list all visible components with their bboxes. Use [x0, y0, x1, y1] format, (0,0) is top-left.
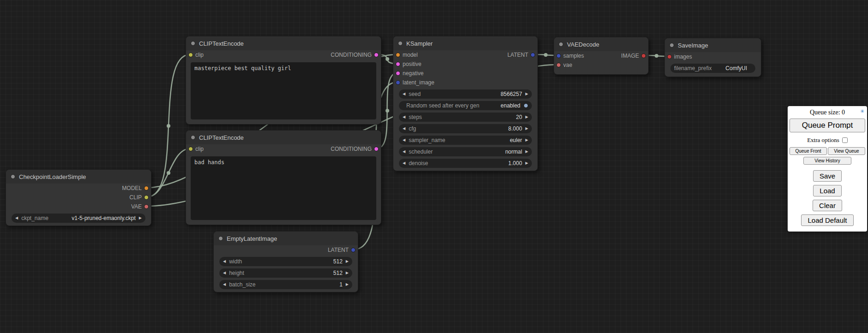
- increment-arrow-icon[interactable]: ▶: [525, 127, 528, 131]
- increment-arrow-icon[interactable]: ▶: [346, 260, 349, 263]
- widget-value: 512: [247, 270, 343, 276]
- input-label: images: [674, 54, 692, 60]
- node-collapse-dot[interactable]: [559, 42, 563, 47]
- clip-input-port[interactable]: [188, 147, 193, 151]
- node-title: EmptyLatentImage: [227, 235, 277, 242]
- vae-output-port[interactable]: [144, 204, 149, 209]
- node-title-bar[interactable]: VAEDecode: [554, 37, 648, 51]
- widget-ckpt-name[interactable]: ◀ ckpt_name v1-5-pruned-emaonly.ckpt ▶: [12, 214, 145, 223]
- decrement-arrow-icon[interactable]: ◀: [223, 283, 226, 286]
- model-input-port[interactable]: [396, 53, 400, 57]
- slot-row: samples IMAGE: [554, 51, 648, 60]
- latent-output-port[interactable]: [530, 53, 535, 57]
- queue-front-button[interactable]: Queue Front: [790, 147, 827, 155]
- link-midpoint-dot: [167, 171, 170, 175]
- toggle-on-dot[interactable]: [524, 103, 528, 108]
- node-title-bar[interactable]: CheckpointLoaderSimple: [6, 170, 151, 184]
- node-collapse-dot[interactable]: [218, 236, 223, 241]
- node-save-image[interactable]: SaveImage images filename_prefix ComfyUI: [664, 38, 761, 77]
- decrement-arrow-icon[interactable]: ◀: [15, 216, 18, 220]
- increment-arrow-icon[interactable]: ▶: [346, 283, 349, 286]
- widget-random-seed-toggle[interactable]: Random seed after every gen enabled: [399, 101, 532, 110]
- node-collapse-dot[interactable]: [191, 41, 195, 46]
- latent-image-input-port[interactable]: [396, 80, 400, 85]
- decrement-arrow-icon[interactable]: ◀: [403, 150, 405, 154]
- model-output-port[interactable]: [144, 186, 149, 190]
- increment-arrow-icon[interactable]: ▶: [525, 161, 528, 165]
- node-title: VAEDecode: [567, 41, 599, 48]
- node-clip-text-encode-negative[interactable]: CLIPTextEncode clip CONDITIONING bad han…: [186, 130, 381, 225]
- decrement-arrow-icon[interactable]: ◀: [403, 127, 405, 131]
- increment-arrow-icon[interactable]: ▶: [525, 138, 528, 142]
- decrement-arrow-icon[interactable]: ◀: [403, 115, 405, 119]
- conditioning-output-port[interactable]: [374, 53, 379, 57]
- widget-steps[interactable]: ◀ steps 20 ▶: [399, 113, 532, 122]
- node-collapse-dot[interactable]: [669, 43, 674, 48]
- decrement-arrow-icon[interactable]: ◀: [403, 92, 405, 96]
- node-empty-latent-image[interactable]: EmptyLatentImage LATENT ◀ width 512 ▶ ◀ …: [213, 231, 358, 292]
- extra-options-checkbox[interactable]: [842, 137, 848, 143]
- graph-canvas[interactable]: { "colors": { "link": "#99AA99", "model"…: [0, 0, 868, 333]
- slot-row: clip CONDITIONING: [186, 50, 381, 59]
- image-output-port[interactable]: [641, 54, 646, 58]
- prompt-textarea[interactable]: bad hands: [191, 156, 376, 220]
- widget-height[interactable]: ◀ height 512 ▶: [219, 268, 352, 278]
- widget-value: 20: [425, 114, 522, 120]
- clear-button[interactable]: Clear: [813, 200, 842, 211]
- save-button[interactable]: Save: [813, 170, 842, 182]
- node-title-bar[interactable]: SaveImage: [665, 38, 761, 52]
- widget-value: 512: [245, 258, 343, 265]
- decrement-arrow-icon[interactable]: ◀: [403, 138, 405, 142]
- input-label: clip: [195, 52, 204, 58]
- widget-label: ckpt_name: [21, 215, 48, 221]
- node-checkpoint-loader-simple[interactable]: CheckpointLoaderSimple MODEL CLIP VAE ◀ …: [6, 169, 151, 226]
- widget-sampler-name[interactable]: ◀ sampler_name euler ▶: [399, 136, 532, 145]
- queue-prompt-button[interactable]: Queue Prompt: [790, 119, 865, 132]
- slot-row: VAE: [6, 202, 151, 211]
- settings-icon[interactable]: ✳: [860, 108, 864, 114]
- node-collapse-dot[interactable]: [11, 174, 15, 179]
- load-default-button[interactable]: Load Default: [801, 214, 853, 226]
- node-vae-decode[interactable]: VAEDecode samples IMAGE vae: [554, 37, 649, 75]
- clip-output-port[interactable]: [144, 195, 149, 200]
- output-label: VAE: [131, 203, 142, 210]
- load-button[interactable]: Load: [813, 185, 841, 196]
- node-title-bar[interactable]: KSampler: [393, 36, 537, 50]
- widget-seed[interactable]: ◀ seed 8566257 ▶: [399, 89, 532, 99]
- node-clip-text-encode-positive[interactable]: CLIPTextEncode clip CONDITIONING masterp…: [186, 36, 381, 125]
- widget-denoise[interactable]: ◀ denoise 1.000 ▶: [399, 159, 532, 168]
- prompt-textarea[interactable]: masterpiece best quality girl: [191, 62, 376, 119]
- images-input-port[interactable]: [667, 54, 672, 59]
- decrement-arrow-icon[interactable]: ◀: [403, 161, 405, 165]
- vae-input-port[interactable]: [556, 63, 561, 67]
- node-title-bar[interactable]: CLIPTextEncode: [186, 131, 381, 144]
- increment-arrow-icon[interactable]: ▶: [525, 150, 528, 154]
- widget-cfg[interactable]: ◀ cfg 8.000 ▶: [399, 124, 532, 133]
- increment-arrow-icon[interactable]: ▶: [346, 271, 349, 275]
- widget-scheduler[interactable]: ◀ scheduler normal ▶: [399, 147, 532, 156]
- queue-size-label: Queue size: 0: [810, 109, 845, 116]
- widget-batch-size[interactable]: ◀ batch_size 1 ▶: [219, 280, 352, 289]
- widget-width[interactable]: ◀ width 512 ▶: [219, 257, 352, 266]
- node-ksampler[interactable]: KSampler model LATENT positive negative …: [393, 36, 538, 171]
- node-collapse-dot[interactable]: [191, 135, 195, 140]
- increment-arrow-icon[interactable]: ▶: [139, 216, 142, 220]
- decrement-arrow-icon[interactable]: ◀: [223, 271, 226, 275]
- conditioning-output-port[interactable]: [374, 147, 379, 151]
- decrement-arrow-icon[interactable]: ◀: [223, 260, 226, 263]
- node-title-bar[interactable]: CLIPTextEncode: [186, 36, 381, 50]
- increment-arrow-icon[interactable]: ▶: [525, 92, 528, 96]
- view-history-button[interactable]: View History: [803, 157, 852, 165]
- latent-output-port[interactable]: [351, 248, 356, 252]
- samples-input-port[interactable]: [556, 54, 561, 58]
- negative-input-port[interactable]: [396, 71, 400, 76]
- node-title-bar[interactable]: EmptyLatentImage: [214, 232, 358, 245]
- increment-arrow-icon[interactable]: ▶: [525, 115, 528, 119]
- node-title: KSampler: [406, 40, 433, 47]
- clip-input-port[interactable]: [188, 53, 193, 57]
- view-queue-button[interactable]: View Queue: [828, 147, 865, 155]
- widget-filename-prefix[interactable]: filename_prefix ComfyUI: [670, 64, 755, 73]
- widget-value: 1: [259, 281, 343, 288]
- positive-input-port[interactable]: [396, 62, 400, 66]
- node-collapse-dot[interactable]: [398, 41, 403, 46]
